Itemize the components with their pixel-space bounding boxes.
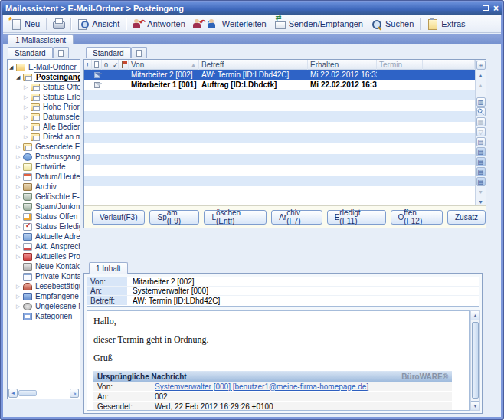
verlauf-button[interactable]: Verlauf (F3) [92,210,145,225]
tree-item-status-erledigt[interactable]: Status Erledigt [8,92,80,102]
offen-button[interactable]: Offen (F12) [391,210,443,225]
col-erhalten[interactable]: Erhalten [308,60,377,70]
maillist-tab-standard[interactable]: Standard [86,47,131,58]
tree-item-archiv[interactable]: Archiv [8,182,80,192]
scroll-left-icon[interactable]: ◂ [8,389,18,398]
filter-icon[interactable]: ▽ [476,127,486,136]
expander-icon[interactable] [24,113,31,120]
expander-icon[interactable] [16,253,23,260]
tree-horizontal-scrollbar[interactable]: ◂ [8,389,37,398]
expander-icon[interactable] [16,223,23,230]
tree-item-hohe-prioritaet[interactable]: Hohe Priorität [8,102,80,112]
loeschen-button[interactable]: Löschen (Entf) [204,210,267,225]
tree-item-datumselektion[interactable]: Datumselektion [8,112,80,122]
scroll-down-icon[interactable]: ▾ [476,187,486,196]
col-flag[interactable] [119,60,129,70]
select-columns-icon[interactable]: ⊞ [476,61,486,70]
expander-icon[interactable] [24,133,31,140]
col-termin[interactable]: Termin [377,60,423,70]
expander-icon[interactable] [16,303,23,310]
expander-icon[interactable] [16,243,23,250]
tree-item-aktuelle-adresse[interactable]: Aktuelle Adresse [8,231,80,241]
extras-button[interactable]: Extras [423,16,469,31]
expander-icon[interactable] [24,84,31,90]
expander-icon[interactable] [16,74,23,80]
tree-item-kategorien[interactable]: Kategorien [8,311,80,321]
forward-button[interactable]: ↶ ↷ Weiterleiten [189,16,270,31]
scroll-up-icon[interactable]: ▲ [471,311,479,320]
view-button[interactable]: Ansicht [74,16,123,31]
expander-icon[interactable] [16,283,23,290]
expander-icon[interactable] [16,153,23,160]
archiv-button[interactable]: Archiv (F7) [271,210,322,225]
zusatz-button[interactable]: Zusatz [447,210,486,225]
tree-item-ansprechpartner[interactable]: Akt. Ansprechpartner [8,241,80,251]
expander-icon[interactable] [16,193,23,200]
tree-item-direkt-an-mich[interactable]: Direkt an mich [8,132,80,142]
expander-icon[interactable] [16,293,23,300]
new-button[interactable]: Neu [6,16,44,31]
expander-icon[interactable] [24,123,31,130]
expander-icon[interactable] [16,173,23,180]
maillist-tab-new-view[interactable] [131,47,147,58]
tree-item-posteingang[interactable]: Posteingang [8,72,80,82]
spam-button[interactable]: Spam (F9) [149,210,199,225]
close-button[interactable]: × [493,5,499,12]
print-button[interactable] [49,16,68,31]
view-mode-3-icon[interactable]: ▤ [476,167,486,176]
tree-item-empfangene-mails[interactable]: Empfangene Mails [8,291,80,301]
tree-item-neue-kontakte[interactable]: Neue Kontakte [8,261,80,271]
mail-row-selected[interactable]: Mitarbeiter 2 [002] AW: Termin [ID:LDhd4… [84,70,475,80]
expander-icon[interactable] [16,143,23,150]
tree-item-aktuelles-projekt[interactable]: Aktuelles Projekt [8,251,80,261]
table-view-icon[interactable]: ▥ [476,97,486,107]
batch-icon[interactable]: ▦ [476,117,486,126]
tree-item-geloeschte[interactable]: Gelöschte E-Mails [8,192,80,202]
scroll-top-icon[interactable]: ▴ [476,71,486,80]
col-check[interactable]: ✓ [110,60,119,70]
tree-item-datum-heute[interactable]: Datum/Heute [8,172,80,182]
expander-icon[interactable] [16,233,23,240]
col-priority[interactable]: ! [84,60,92,70]
expand-panel-button[interactable]: ↘ [70,389,79,398]
sidebar-tab-standard[interactable]: Standard [8,47,53,58]
tree-item-private-kontakte[interactable]: Private Kontakte [8,271,80,281]
tree-item-postausgang[interactable]: Postausgang [8,152,80,162]
col-betreff[interactable]: Betreff [199,60,308,70]
reply-button[interactable]: ↶ Antworten [129,16,189,31]
print-list-icon[interactable]: ▤ [476,137,486,146]
expander-icon[interactable] [9,64,16,71]
expander-icon[interactable] [16,203,23,210]
expander-icon[interactable] [24,94,31,100]
tree-item-entwuerfe[interactable]: Entwürfe [8,162,80,172]
tab-inhalt[interactable]: 1 Inhalt [89,262,128,274]
search-button[interactable]: Suchen [367,16,417,31]
view-mode-4-icon[interactable]: ▤ [476,177,486,186]
scrollbar-thumb[interactable] [18,390,37,396]
sidebar-tab-new-view[interactable] [53,47,69,58]
view-mode-2-icon[interactable]: ▤ [476,157,486,166]
expander-icon[interactable] [24,103,31,110]
tree-item-status-offen[interactable]: Status Offen [8,82,80,92]
col-page[interactable] [92,60,102,70]
tab-mailassistent[interactable]: 1 Mailassistent [8,34,74,44]
col-attachment[interactable]: 0 [102,60,110,70]
col-von[interactable]: Von▲ [129,60,199,70]
erledigt-button[interactable]: Erledigt (F11) [327,210,386,225]
expander-icon[interactable] [16,163,23,170]
tree-item-alle-bediener[interactable]: Alle Bediener [8,122,80,132]
tree-item-ungelesene-mails[interactable]: Ungelesene Mails [8,301,80,311]
content-scrollbar[interactable]: ▲ ▼ [470,310,480,411]
search-list-icon[interactable] [476,107,486,116]
restore-button[interactable] [483,5,489,11]
scroll-down-icon[interactable]: ▼ [471,401,479,410]
tree-item-lesebestaetigungen[interactable]: Lesebestätigungen [8,281,80,291]
mail-row-unread[interactable]: Mitarbeiter 1 [001] Auftrag [ID:LDhdctk]… [84,80,475,90]
view-mode-1-icon[interactable]: ▤ [476,147,486,156]
tree-item-status-erledigt-2[interactable]: Status Erledigt [8,221,80,231]
tree-item-email-ordner[interactable]: E-Mail-Ordner [8,62,80,72]
sender-email-link[interactable]: Systemverwalter [000] [benutzer1@meine-f… [153,382,452,391]
tree-item-status-offen-2[interactable]: Status Offen [8,212,80,221]
scroll-up-icon[interactable]: ▴ [476,80,486,90]
send-receive-button[interactable]: Senden/Empfangen [270,16,367,31]
